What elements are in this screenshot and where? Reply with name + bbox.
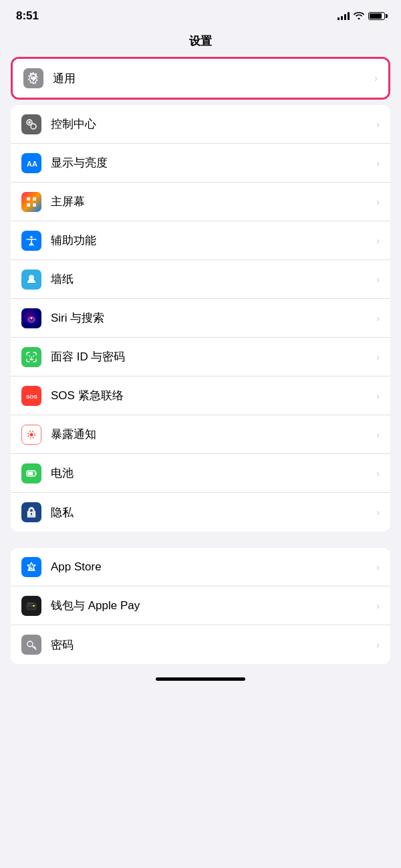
battery-label: 电池 — [51, 465, 374, 481]
signal-icon — [338, 12, 350, 20]
general-label: 通用 — [53, 71, 372, 86]
home-indicator — [156, 677, 245, 681]
svg-point-10 — [30, 235, 33, 238]
appstore-chevron: › — [376, 562, 380, 572]
wallet-chevron: › — [376, 601, 380, 611]
privacy-icon — [21, 502, 41, 522]
faceid-icon — [21, 347, 41, 367]
svg-point-1 — [32, 77, 35, 80]
svg-text:AA: AA — [27, 160, 37, 168]
control-center-chevron: › — [376, 119, 380, 130]
passwords-icon — [21, 635, 41, 655]
privacy-chevron: › — [376, 507, 380, 518]
svg-point-4 — [28, 121, 31, 124]
display-label: 显示与亮度 — [51, 155, 374, 171]
exposure-label: 暴露通知 — [51, 427, 374, 442]
svg-rect-7 — [33, 197, 36, 201]
settings-item-sos[interactable]: SOS SOS 紧急联络 › — [11, 376, 390, 415]
battery-icon — [21, 463, 41, 483]
sos-label: SOS 紧急联络 — [51, 388, 374, 403]
settings-item-wallpaper[interactable]: 墙纸 › — [11, 260, 390, 299]
settings-item-accessibility[interactable]: 辅助功能 › — [11, 221, 390, 260]
appstore-icon: A — [21, 557, 41, 577]
wifi-icon — [354, 11, 364, 21]
status-bar: 8:51 — [0, 0, 401, 28]
privacy-label: 隐私 — [51, 505, 374, 520]
svg-rect-25 — [33, 605, 35, 607]
wallet-icon — [21, 596, 41, 616]
siri-chevron: › — [376, 313, 380, 324]
faceid-chevron: › — [376, 352, 380, 362]
wallpaper-chevron: › — [376, 274, 380, 285]
settings-item-battery[interactable]: 电池 › — [11, 454, 390, 493]
homescreen-icon — [21, 192, 41, 212]
svg-text:A: A — [29, 565, 33, 571]
accessibility-icon — [21, 231, 41, 251]
control-center-icon — [21, 114, 41, 134]
svg-rect-26 — [27, 603, 34, 604]
settings-item-exposure[interactable]: 暴露通知 › — [11, 415, 390, 454]
svg-point-13 — [31, 317, 33, 319]
settings-item-privacy[interactable]: 隐私 › — [11, 493, 390, 532]
svg-point-3 — [31, 124, 36, 129]
display-chevron: › — [376, 158, 380, 169]
status-icons — [338, 11, 385, 21]
spacer1 — [0, 537, 401, 548]
status-time: 8:51 — [16, 9, 39, 23]
homescreen-label: 主屏幕 — [51, 194, 374, 209]
general-chevron: › — [374, 73, 378, 84]
main-settings-group: 控制中心 › AA 显示与亮度 › 主屏幕 › — [11, 105, 390, 532]
general-icon — [23, 68, 43, 88]
settings-item-appstore[interactable]: A App Store › — [11, 548, 390, 586]
sos-icon: SOS — [21, 386, 41, 406]
svg-point-21 — [31, 513, 32, 514]
page-title: 设置 — [0, 28, 401, 57]
settings-item-general[interactable]: 通用 › — [13, 59, 388, 98]
settings-item-display[interactable]: AA 显示与亮度 › — [11, 144, 390, 183]
svg-text:SOS: SOS — [26, 394, 37, 400]
svg-rect-6 — [27, 197, 30, 201]
wallpaper-icon — [21, 269, 41, 290]
sos-chevron: › — [376, 391, 380, 401]
battery-status-icon — [368, 12, 385, 20]
settings-item-control-center[interactable]: 控制中心 › — [11, 105, 390, 144]
store-settings-group: A App Store › 钱包与 Apple Pay › — [11, 548, 390, 664]
settings-item-passwords[interactable]: 密码 › — [11, 625, 390, 664]
settings-item-siri[interactable]: Siri 与搜索 › — [11, 299, 390, 338]
svg-rect-8 — [27, 203, 30, 207]
passwords-label: 密码 — [51, 637, 374, 653]
exposure-chevron: › — [376, 429, 380, 440]
accessibility-chevron: › — [376, 235, 380, 246]
homescreen-chevron: › — [376, 197, 380, 207]
appstore-label: App Store — [51, 560, 374, 574]
settings-item-wallet[interactable]: 钱包与 Apple Pay › — [11, 586, 390, 625]
svg-rect-19 — [28, 471, 33, 475]
general-settings-group: 通用 › — [11, 57, 390, 100]
svg-point-15 — [30, 433, 33, 436]
siri-label: Siri 与搜索 — [51, 310, 374, 326]
battery-chevron: › — [376, 468, 380, 479]
display-icon: AA — [21, 153, 41, 173]
passwords-chevron: › — [376, 639, 380, 650]
exposure-icon — [21, 425, 41, 445]
accessibility-label: 辅助功能 — [51, 233, 374, 248]
siri-icon — [21, 308, 41, 328]
wallet-label: 钱包与 Apple Pay — [51, 598, 374, 613]
wallpaper-label: 墙纸 — [51, 272, 374, 287]
faceid-label: 面容 ID 与密码 — [51, 349, 374, 364]
svg-rect-9 — [33, 203, 36, 207]
settings-item-faceid[interactable]: 面容 ID 与密码 › — [11, 338, 390, 376]
control-center-label: 控制中心 — [51, 116, 374, 132]
settings-item-homescreen[interactable]: 主屏幕 › — [11, 183, 390, 221]
